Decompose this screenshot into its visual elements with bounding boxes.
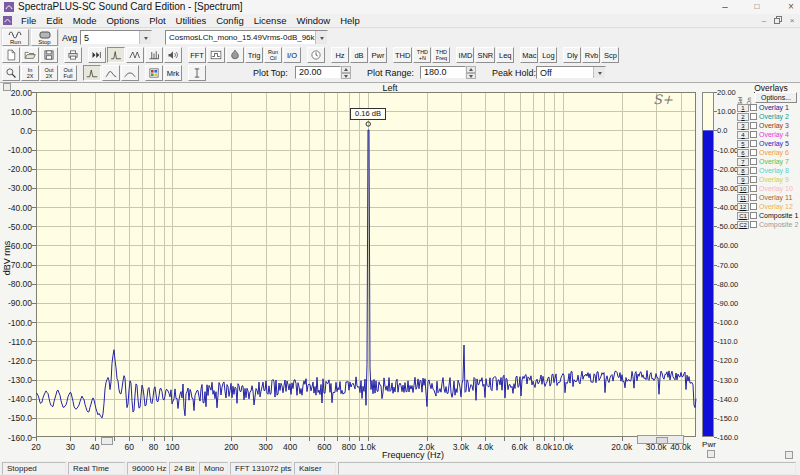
plot-range-input[interactable]: 180.0 — [420, 66, 466, 79]
log-button[interactable]: Log — [539, 47, 557, 63]
waveform-button[interactable] — [126, 47, 144, 63]
avg-select[interactable]: 5 — [80, 30, 152, 45]
marker-button[interactable]: Mrk — [164, 65, 182, 81]
window-corner-button[interactable] — [785, 451, 793, 459]
new-document-button[interactable] — [2, 47, 20, 63]
run-control-button[interactable]: RunCtl — [264, 47, 282, 63]
overlay-select-button-1[interactable]: 1 — [737, 104, 749, 112]
leq-button[interactable]: Leq — [496, 47, 514, 63]
db-button[interactable]: dB — [350, 47, 368, 63]
overlay-select-button-3[interactable]: 3 — [737, 122, 749, 130]
overlay-checkbox-10[interactable] — [750, 185, 757, 192]
peak-narrow-button[interactable] — [83, 65, 101, 81]
zoom-out-full-button[interactable]: OutFull — [59, 65, 77, 81]
oscilloscope-button[interactable] — [207, 47, 225, 63]
plot-top-spinner[interactable] — [341, 66, 351, 79]
overlay-checkbox-5[interactable] — [750, 140, 757, 147]
marker-ibeam-button[interactable] — [188, 65, 206, 81]
mdi-close-button[interactable]: × — [786, 16, 798, 26]
macro-button[interactable]: Mac — [520, 47, 538, 63]
overlay-checkbox-2[interactable] — [750, 113, 757, 120]
overlay-checkbox-C2[interactable] — [750, 221, 757, 228]
menu-config[interactable]: Config — [211, 14, 248, 27]
overlay-checkbox-6[interactable] — [750, 149, 757, 156]
open-folder-button[interactable] — [21, 47, 39, 63]
overlay-checkbox-12[interactable] — [750, 203, 757, 210]
3d-surface-button[interactable] — [145, 47, 163, 63]
delay-button[interactable]: Dly — [563, 47, 581, 63]
time-series-button[interactable] — [88, 47, 106, 63]
menu-mode[interactable]: Mode — [68, 14, 102, 27]
peak-wide-button[interactable] — [121, 65, 139, 81]
overlay-select-button-9[interactable]: 9 — [737, 176, 749, 184]
menu-help[interactable]: Help — [335, 14, 365, 27]
thd-n-button[interactable]: THD+N — [413, 47, 431, 63]
overlay-select-button-C1[interactable]: C1 — [737, 212, 749, 220]
snr-button[interactable]: SNR — [475, 47, 495, 63]
overlay-checkbox-8[interactable] — [750, 167, 757, 174]
peak-hold-select[interactable]: Off — [536, 66, 606, 79]
run-button[interactable]: Run — [2, 29, 29, 46]
pwr-button[interactable]: Pwr — [369, 47, 387, 63]
close-button[interactable]: × — [778, 0, 800, 14]
magnifier-button[interactable] — [2, 65, 20, 81]
print-button[interactable] — [64, 47, 82, 63]
meter-corner-button[interactable] — [707, 450, 715, 458]
plot-top-input[interactable]: 20.00 — [295, 66, 341, 79]
minimize-button[interactable]: – — [712, 0, 738, 14]
trigger-button[interactable]: Trig — [245, 47, 263, 63]
peak-hold-dropdown-arrow[interactable] — [593, 67, 605, 78]
io-button[interactable]: I/O — [283, 47, 301, 63]
plot-range-spinner[interactable] — [466, 66, 476, 79]
source-file-select[interactable]: CosmosLCh_mono_15.49Vrms-0dB_96k — [165, 30, 328, 45]
fft-button[interactable]: FFT — [188, 47, 206, 63]
avg-dropdown-arrow[interactable] — [139, 31, 151, 44]
spectrogram-button[interactable] — [226, 47, 244, 63]
overlay-select-button-2[interactable]: 2 — [737, 113, 749, 121]
overlay-select-button-12[interactable]: 12 — [737, 203, 749, 211]
h-scroll-left-arrow[interactable] — [101, 437, 113, 445]
overlay-select-button-10[interactable]: 10 — [737, 185, 749, 193]
scope-button[interactable]: Scp — [601, 47, 619, 63]
menu-file[interactable]: File — [16, 14, 41, 27]
menu-edit[interactable]: Edit — [41, 14, 67, 27]
overlay-checkbox-1[interactable] — [750, 104, 757, 111]
menu-license[interactable]: License — [249, 14, 292, 27]
source-dropdown-arrow[interactable] — [315, 31, 327, 44]
peak-medium-button[interactable] — [102, 65, 120, 81]
overlay-checkbox-C1[interactable] — [750, 212, 757, 219]
thd-freq-button[interactable]: THDFreq — [432, 47, 450, 63]
mdi-minimize-button[interactable]: – — [758, 16, 770, 26]
overlays-options-button[interactable]: Options... — [755, 92, 797, 103]
overlay-select-button-C2[interactable]: C2 — [737, 221, 749, 229]
overlay-checkbox-4[interactable] — [750, 131, 757, 138]
thd-button[interactable]: THD — [393, 47, 412, 63]
audio-levels-button[interactable] — [164, 47, 182, 63]
menu-options[interactable]: Options — [101, 14, 144, 27]
overlay-checkbox-7[interactable] — [750, 158, 757, 165]
overlay-select-button-7[interactable]: 7 — [737, 158, 749, 166]
stop-button[interactable]: Stop — [31, 29, 58, 46]
overlay-select-button-4[interactable]: 4 — [737, 131, 749, 139]
overlay-select-button-6[interactable]: 6 — [737, 149, 749, 157]
clock-button[interactable] — [307, 47, 325, 63]
spectrum-button[interactable] — [107, 47, 125, 63]
mdi-restore-button[interactable] — [772, 16, 784, 26]
overlay-select-button-11[interactable]: 11 — [737, 194, 749, 202]
maximize-button[interactable]: □ — [744, 0, 770, 14]
menu-window[interactable]: Window — [291, 14, 335, 27]
imd-button[interactable]: IMD — [456, 47, 474, 63]
menu-plot[interactable]: Plot — [144, 14, 170, 27]
reverb-button[interactable]: Rvb — [582, 47, 600, 63]
overlay-checkbox-11[interactable] — [750, 194, 757, 201]
legend-colors-button[interactable] — [145, 65, 163, 81]
zoom-out-2x-button[interactable]: Out2X — [40, 65, 58, 81]
hz-button[interactable]: Hz — [331, 47, 349, 63]
overlay-checkbox-9[interactable] — [750, 176, 757, 183]
zoom-in-2x-button[interactable]: In2X — [21, 65, 39, 81]
menu-utilities[interactable]: Utilities — [171, 14, 212, 27]
save-button[interactable] — [40, 47, 58, 63]
overlay-select-button-5[interactable]: 5 — [737, 140, 749, 148]
overlay-select-button-8[interactable]: 8 — [737, 167, 749, 175]
overlay-checkbox-3[interactable] — [750, 122, 757, 129]
